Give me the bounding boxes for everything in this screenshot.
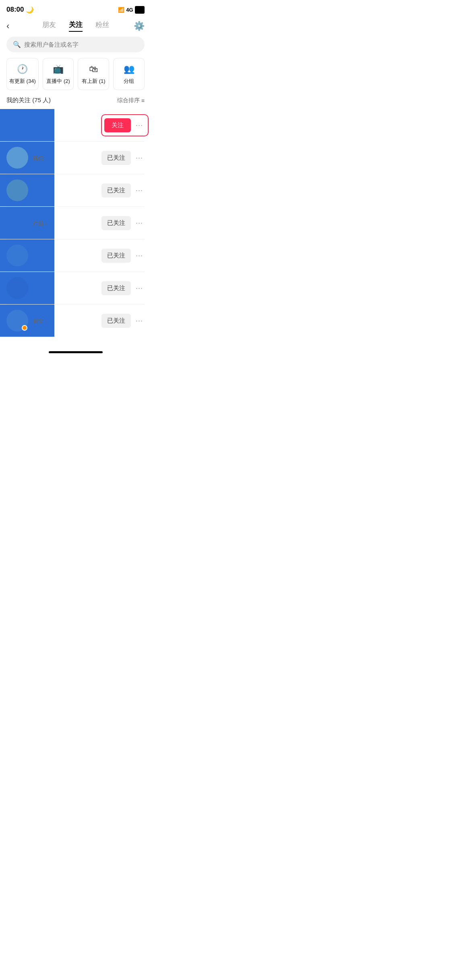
shop-icon: 🛍 bbox=[89, 64, 98, 74]
follow-button[interactable]: 关注 bbox=[104, 118, 131, 132]
user-info: 播间... bbox=[33, 153, 101, 162]
more-button[interactable]: ··· bbox=[134, 315, 145, 327]
avatar bbox=[6, 179, 28, 201]
list-item: 播间... 已关注 ··· bbox=[0, 142, 151, 174]
action-area: 已关注 ··· bbox=[101, 183, 145, 198]
following-button[interactable]: 已关注 bbox=[101, 151, 131, 165]
settings-button[interactable]: ⚙️ bbox=[132, 21, 145, 31]
home-indicator bbox=[49, 351, 103, 353]
user-sub[interactable]: 播间... bbox=[33, 155, 101, 162]
item-wrapper-7: 厨窗 › 已关注 ··· bbox=[0, 305, 151, 337]
follow-list: 作品 › 关注 ··· 播间... 已关注 ··· bbox=[0, 109, 151, 337]
clock-icon: 🕐 bbox=[17, 64, 28, 74]
following-button[interactable]: 已关注 bbox=[101, 281, 131, 295]
user-info bbox=[33, 255, 101, 256]
action-area: 关注 ··· bbox=[104, 118, 145, 132]
filter-cards: 🕐 有更新 (34) 📺 直播中 (2) 🛍 有上新 (1) 👥 分组 bbox=[0, 58, 151, 97]
section-title: 我的关注 (75 人) bbox=[6, 97, 51, 104]
search-input[interactable] bbox=[24, 41, 138, 48]
action-area: 已关注 ··· bbox=[101, 249, 145, 263]
list-item: 已关注 ··· bbox=[0, 239, 151, 272]
user-sub[interactable]: 作品 › bbox=[33, 220, 101, 227]
user-info bbox=[33, 189, 101, 191]
filter-card-groups[interactable]: 👥 分组 bbox=[113, 58, 145, 90]
sort-icon: ≡ bbox=[141, 97, 145, 104]
avatar bbox=[6, 245, 28, 266]
avatar bbox=[6, 114, 28, 136]
list-item: 作品 › 已关注 ··· bbox=[0, 207, 151, 239]
tab-friends[interactable]: 朋友 bbox=[42, 20, 56, 32]
user-info: 作品 › bbox=[33, 121, 104, 130]
more-button[interactable]: ··· bbox=[134, 282, 145, 294]
list-item: 已关注 ··· bbox=[0, 272, 151, 304]
more-button[interactable]: ··· bbox=[134, 185, 145, 196]
item-wrapper-2: 播间... 已关注 ··· bbox=[0, 142, 151, 174]
search-icon: 🔍 bbox=[13, 41, 21, 48]
avatar-wrapper bbox=[6, 310, 28, 331]
more-button[interactable]: ··· bbox=[134, 250, 145, 261]
first-item-wrapper: 作品 › 关注 ··· bbox=[0, 109, 151, 141]
group-icon: 👥 bbox=[124, 64, 134, 74]
filter-updates-label: 有更新 (34) bbox=[9, 78, 36, 85]
live-indicator bbox=[22, 325, 27, 331]
list-item: 已关注 ··· bbox=[0, 174, 151, 206]
filter-card-new[interactable]: 🛍 有上新 (1) bbox=[78, 58, 109, 90]
section-header: 我的关注 (75 人) 综合排序 ≡ bbox=[0, 97, 151, 109]
battery-icon: 95 bbox=[135, 6, 145, 14]
back-button[interactable]: ‹ bbox=[6, 21, 19, 31]
status-time: 08:00 bbox=[6, 6, 24, 14]
action-area: 已关注 ··· bbox=[101, 151, 145, 165]
user-sub[interactable]: 作品 › bbox=[33, 122, 104, 130]
more-button[interactable]: ··· bbox=[134, 217, 145, 229]
avatar bbox=[6, 212, 28, 234]
following-button[interactable]: 已关注 bbox=[101, 314, 131, 328]
filter-new-label: 有上新 (1) bbox=[82, 78, 105, 85]
status-bar: 08:00 🌙 📶 4G 95 bbox=[0, 0, 151, 17]
sort-button[interactable]: 综合排序 ≡ bbox=[117, 97, 145, 104]
signal-icon: 📶 bbox=[118, 7, 124, 13]
following-button[interactable]: 已关注 bbox=[101, 249, 131, 263]
tab-fans[interactable]: 粉丝 bbox=[95, 20, 109, 32]
avatar bbox=[6, 277, 28, 299]
item-wrapper-3: 已关注 ··· bbox=[0, 174, 151, 206]
user-info bbox=[33, 287, 101, 289]
sort-label: 综合排序 bbox=[117, 97, 140, 104]
more-button[interactable]: ··· bbox=[134, 119, 145, 131]
tv-icon: 📺 bbox=[53, 64, 64, 74]
item-wrapper-5: 已关注 ··· bbox=[0, 239, 151, 272]
nav-bar: ‹ 朋友 关注 粉丝 ⚙️ bbox=[0, 17, 151, 37]
network-label: 4G bbox=[126, 7, 133, 13]
avatar bbox=[6, 147, 28, 169]
item-wrapper-4: 作品 › 已关注 ··· bbox=[0, 207, 151, 239]
tab-following[interactable]: 关注 bbox=[69, 20, 83, 32]
list-item: 厨窗 › 已关注 ··· bbox=[0, 305, 151, 337]
following-button[interactable]: 已关注 bbox=[101, 216, 131, 230]
action-area: 已关注 ··· bbox=[101, 281, 145, 295]
user-info: 厨窗 › bbox=[33, 316, 101, 325]
more-button[interactable]: ··· bbox=[134, 152, 145, 164]
search-bar[interactable]: 🔍 bbox=[6, 37, 145, 52]
filter-live-label: 直播中 (2) bbox=[46, 78, 70, 85]
filter-card-updates[interactable]: 🕐 有更新 (34) bbox=[6, 58, 39, 90]
user-sub[interactable]: 厨窗 › bbox=[33, 318, 101, 325]
moon-icon: 🌙 bbox=[26, 6, 34, 14]
filter-card-live[interactable]: 📺 直播中 (2) bbox=[43, 58, 74, 90]
action-area: 已关注 ··· bbox=[101, 314, 145, 328]
home-indicator-wrap bbox=[0, 337, 151, 360]
list-item: 作品 › 关注 ··· bbox=[0, 109, 151, 141]
highlight-wrapper: 关注 bbox=[104, 118, 131, 132]
action-area: 已关注 ··· bbox=[101, 216, 145, 230]
following-button[interactable]: 已关注 bbox=[101, 183, 131, 198]
nav-tabs: 朋友 关注 粉丝 bbox=[19, 20, 132, 32]
item-wrapper-6: 已关注 ··· bbox=[0, 272, 151, 304]
user-info: 作品 › bbox=[33, 218, 101, 227]
filter-groups-label: 分组 bbox=[124, 78, 134, 85]
status-icons: 📶 4G 95 bbox=[118, 6, 145, 14]
